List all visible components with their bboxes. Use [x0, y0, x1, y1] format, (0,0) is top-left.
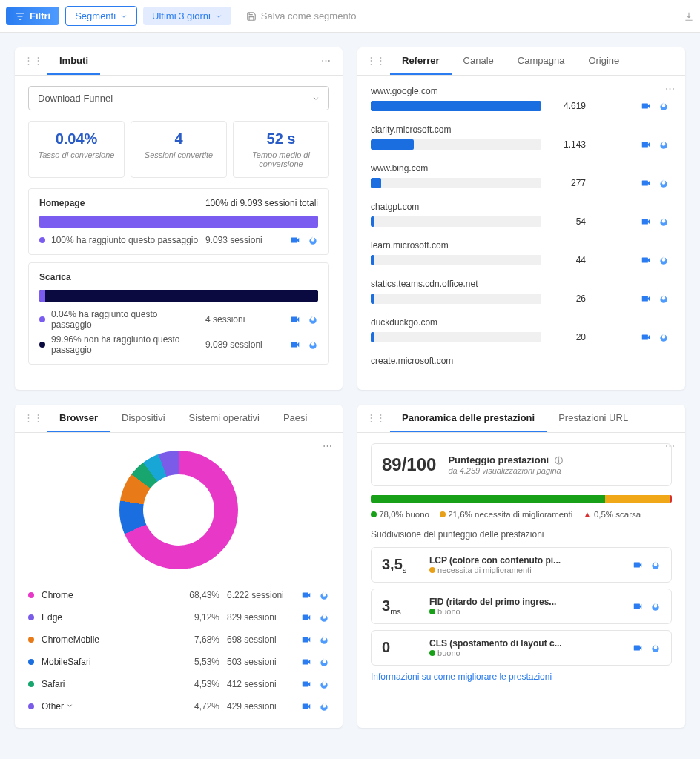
more-icon[interactable]: ⋯: [323, 440, 334, 451]
recordings-icon[interactable]: [633, 601, 643, 611]
heatmap-icon[interactable]: [658, 178, 669, 188]
browser-row: Other 4,72% 429 sessioni: [28, 695, 329, 717]
recordings-icon[interactable]: [301, 679, 311, 689]
funnel-bar: [39, 290, 318, 302]
heatmap-icon[interactable]: [319, 590, 329, 600]
heatmap-icon[interactable]: [319, 679, 329, 689]
chevron-down-icon[interactable]: [66, 702, 73, 709]
tab-sistemi operativi[interactable]: Sistemi operativi: [177, 405, 271, 432]
recordings-icon[interactable]: [301, 701, 311, 712]
tab-campagna[interactable]: Campagna: [506, 47, 577, 75]
perf-metric: 3ms FID (ritardo del primo ingres... buo…: [371, 589, 672, 624]
heatmap-icon[interactable]: [658, 101, 669, 111]
score-sub: da 4.259 visualizzazioni pagina: [448, 466, 562, 475]
tab-funnel[interactable]: Imbuti: [47, 47, 100, 75]
tab-origine[interactable]: Origine: [576, 47, 631, 75]
heatmap-icon[interactable]: [308, 339, 318, 350]
browser-row: ChromeMobile 7,68% 698 sessioni: [28, 629, 329, 651]
referrer-bar: [371, 178, 541, 188]
legend-item: 78,0% buono: [371, 510, 429, 519]
recordings-icon[interactable]: [633, 643, 643, 653]
heatmap-icon[interactable]: [319, 634, 329, 645]
heatmap-icon[interactable]: [308, 235, 318, 245]
save-segment-label: Salva come segmento: [261, 10, 357, 21]
funnel-selector[interactable]: Download Funnel: [28, 86, 329, 110]
browser-row: Chrome 68,43% 6.222 sessioni: [28, 584, 329, 606]
referrer-item: create.microsoft.com: [371, 356, 669, 366]
segments-button[interactable]: Segmenti: [65, 6, 137, 26]
grip-icon[interactable]: ⋮⋮: [357, 47, 390, 75]
tab-dispositivi[interactable]: Dispositivi: [110, 405, 177, 432]
grip-icon[interactable]: ⋮⋮: [15, 405, 47, 432]
referrer-bar: [371, 255, 541, 265]
tab-canale[interactable]: Canale: [452, 47, 506, 75]
info-icon[interactable]: ⓘ: [555, 456, 563, 465]
heatmap-icon[interactable]: [308, 314, 318, 325]
funnel-step-row: 100% ha raggiunto questo passaggio 9.093…: [39, 235, 318, 245]
performance-card: ⋮⋮ Panoramica delle prestazioniPrestazio…: [357, 405, 685, 728]
more-icon[interactable]: ⋯: [665, 440, 676, 451]
referrer-card: ⋮⋮ ReferrerCanaleCampagnaOrigine ⋯ www.g…: [357, 47, 685, 390]
heatmap-icon[interactable]: [319, 657, 329, 667]
save-icon: [246, 11, 257, 21]
referrer-bar: [371, 216, 541, 227]
tab-perf-1[interactable]: Prestazioni URL: [547, 405, 640, 432]
recordings-icon[interactable]: [301, 590, 311, 600]
more-icon[interactable]: ⋯: [311, 47, 343, 75]
heatmap-icon[interactable]: [658, 139, 669, 150]
save-segment-button[interactable]: Salva come segmento: [237, 7, 366, 25]
timerange-label: Ultimi 3 giorni: [152, 10, 211, 21]
grip-icon[interactable]: ⋮⋮: [357, 405, 390, 432]
recordings-icon[interactable]: [301, 634, 311, 645]
legend-item: 21,6% necessita di miglioramenti: [440, 510, 572, 519]
filter-label: Filtri: [30, 10, 50, 21]
recordings-icon[interactable]: [641, 255, 651, 265]
grip-icon[interactable]: ⋮⋮: [15, 47, 47, 75]
browser-row: Safari 4,53% 412 sessioni: [28, 673, 329, 695]
heatmap-icon[interactable]: [658, 294, 669, 304]
heatmap-icon[interactable]: [319, 612, 329, 623]
browser-row: MobileSafari 5,53% 503 sessioni: [28, 651, 329, 673]
breakdown-label: Suddivisione del punteggio delle prestaz…: [371, 529, 672, 540]
heatmap-icon[interactable]: [658, 255, 669, 265]
recordings-icon[interactable]: [301, 612, 311, 623]
recordings-icon[interactable]: [290, 339, 300, 350]
heatmap-icon[interactable]: [319, 701, 329, 712]
funnel-bar: [39, 216, 318, 228]
performance-bar: [371, 495, 672, 503]
recordings-icon[interactable]: [290, 314, 300, 325]
recordings-icon[interactable]: [290, 235, 300, 245]
tab-paesi[interactable]: Paesi: [271, 405, 320, 432]
tab-referrer[interactable]: Referrer: [390, 47, 452, 75]
recordings-icon[interactable]: [641, 101, 651, 111]
referrer-bar: [371, 139, 541, 150]
recordings-icon[interactable]: [641, 216, 651, 227]
tab-browser[interactable]: Browser: [47, 405, 110, 432]
tab-perf-0[interactable]: Panoramica delle prestazioni: [390, 405, 547, 432]
referrer-bar: [371, 101, 541, 111]
more-icon[interactable]: ⋯: [665, 83, 676, 94]
heatmap-icon[interactable]: [650, 601, 661, 611]
recordings-icon[interactable]: [641, 178, 651, 188]
heatmap-icon[interactable]: [650, 560, 661, 570]
recordings-icon[interactable]: [633, 560, 643, 570]
heatmap-icon[interactable]: [658, 332, 669, 342]
perf-improve-link[interactable]: Informazioni su come migliorare le prest…: [371, 672, 672, 682]
segments-label: Segmenti: [75, 10, 116, 21]
recordings-icon[interactable]: [641, 139, 651, 150]
funnel-metric: 0.04% Tasso di conversione: [28, 121, 125, 178]
referrer-item: statics.teams.cdn.office.net 26: [371, 279, 669, 304]
recordings-icon[interactable]: [641, 332, 651, 342]
filter-button[interactable]: Filtri: [6, 7, 59, 25]
score-value: 89/100: [382, 454, 436, 475]
heatmap-icon[interactable]: [650, 643, 661, 653]
perf-metric: 3,5s LCP (colore con contenuto pi... nec…: [371, 547, 672, 583]
funnel-step-row: 0.04% ha raggiunto questo passaggio 4 se…: [39, 309, 318, 330]
funnel-card: ⋮⋮ Imbuti ⋯ Download Funnel 0.04% Tasso …: [15, 47, 343, 390]
toolbar: Filtri Segmenti Ultimi 3 giorni Salva co…: [0, 0, 700, 33]
recordings-icon[interactable]: [301, 657, 311, 667]
timerange-button[interactable]: Ultimi 3 giorni: [143, 7, 231, 25]
heatmap-icon[interactable]: [658, 216, 669, 227]
recordings-icon[interactable]: [641, 294, 651, 304]
download-icon[interactable]: [684, 11, 694, 21]
